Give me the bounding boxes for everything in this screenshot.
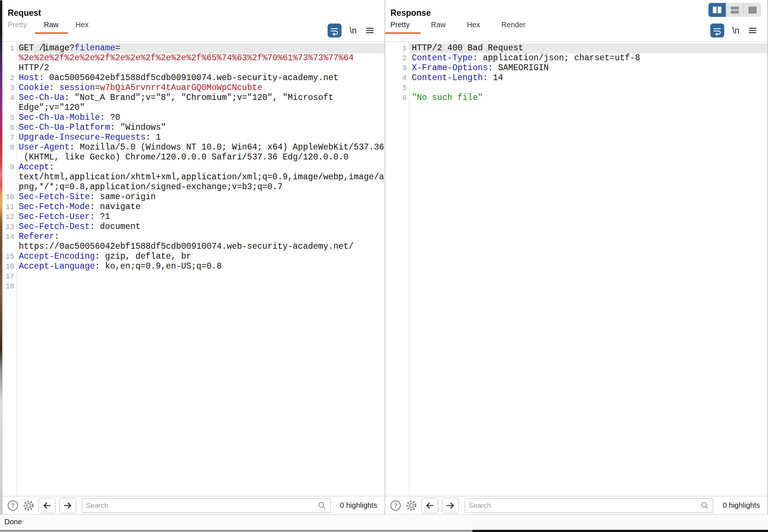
newline-toggle-button[interactable]: \n: [350, 26, 357, 36]
editor-line[interactable]: 10Sec-Fetch-Site: same-origin: [3, 192, 385, 202]
rows-icon: [731, 7, 739, 14]
line-text: Upgrade-Insecure-Requests: 1: [19, 133, 161, 143]
search-previous-button[interactable]: [39, 498, 56, 513]
line-number: 17: [3, 272, 14, 281]
line-number: 10: [3, 192, 14, 202]
word-wrap-icon: [329, 26, 339, 36]
editor-line[interactable]: HTTP/2: [3, 63, 385, 73]
line-text: Sec-Ch-Ua-Mobile: ?0: [19, 113, 120, 123]
editor-line[interactable]: 18: [3, 281, 385, 291]
request-editor[interactable]: 1GET /image?filename=%2e%2e%2f%2e%2e%2f%…: [3, 42, 385, 496]
editor-line[interactable]: 6"No such file": [385, 93, 767, 103]
editor-line[interactable]: 2Content-Type: application/json; charset…: [385, 53, 767, 63]
layout-columns-button[interactable]: [708, 3, 726, 17]
search-input[interactable]: [465, 498, 713, 513]
editor-line[interactable]: text/html,application/xhtml+xml,applicat…: [3, 172, 385, 182]
layout-switcher: [708, 3, 761, 17]
response-editor[interactable]: 1HTTP/2 400 Bad Request2Content-Type: ap…: [385, 42, 767, 496]
request-panel: Request PrettyRawHex \n 1GET /imag: [3, 0, 385, 530]
editor-line[interactable]: %2e%2e%2f%2e%2e%2f%2e%2e%2f%2e%2e%2f%65%…: [3, 53, 385, 63]
line-number: 1: [3, 43, 14, 53]
editor-line[interactable]: 3X-Frame-Options: SAMEORIGIN: [385, 63, 767, 73]
search-next-button[interactable]: [59, 498, 76, 513]
line-number: 7: [3, 133, 14, 143]
line-text: Accept-Encoding: gzip, deflate, br: [19, 252, 191, 262]
editor-line[interactable]: 2Host: 0ac50056042ebf1588df5cdb00910074.…: [3, 73, 385, 83]
editor-line[interactable]: 15Accept-Encoding: gzip, deflate, br: [3, 252, 385, 262]
line-number: 11: [3, 202, 14, 212]
editor-line[interactable]: 3Cookie: session=w7bQiA5rvnrr4tAuarGQ0Mo…: [3, 83, 385, 93]
editor-line[interactable]: 6Sec-Ch-Ua-Platform: "Windows": [3, 123, 385, 133]
line-number: 3: [3, 83, 14, 93]
status-text: Done: [4, 518, 22, 526]
tab-hex[interactable]: Hex: [75, 21, 89, 34]
line-text: HTTP/2 400 Bad Request: [412, 43, 524, 53]
hamburger-menu-icon: [747, 25, 758, 36]
tab-hex[interactable]: Hex: [467, 21, 480, 34]
editor-line[interactable]: 5Sec-Ch-Ua-Mobile: ?0: [3, 113, 385, 123]
tab-raw[interactable]: Raw: [431, 21, 446, 34]
single-panel-icon: [749, 7, 757, 14]
editor-line[interactable]: https://0ac50056042ebf1588df5cdb00910074…: [3, 242, 385, 252]
editor-line[interactable]: 1HTTP/2 400 Bad Request: [385, 43, 767, 53]
search-previous-button[interactable]: [421, 498, 438, 513]
newline-toggle-button[interactable]: \n: [732, 26, 739, 36]
line-text: User-Agent: Mozilla/5.0 (Windows NT 10.0…: [19, 143, 384, 152]
line-number: 13: [3, 222, 14, 232]
request-format-toolbar: \n: [328, 24, 375, 37]
editor-line[interactable]: 4Sec-Ch-Ua: "Not_A Brand";v="8", "Chromi…: [3, 93, 385, 103]
tab-pretty[interactable]: Pretty: [390, 21, 410, 34]
word-wrap-toggle-button[interactable]: [328, 24, 342, 37]
tab-render[interactable]: Render: [501, 21, 526, 34]
editor-line[interactable]: 1GET /image?filename=: [3, 43, 385, 53]
line-text: Referer:: [19, 232, 59, 242]
line-number: 16: [3, 262, 14, 272]
search-icon: [700, 501, 710, 510]
tab-pretty[interactable]: Pretty: [8, 21, 27, 34]
line-text: Cookie: session=w7bQiA5rvnrr4tAuarGQ0MoW…: [19, 83, 262, 93]
line-number: 1: [385, 43, 407, 53]
editor-line[interactable]: png,*/*;q=0.8,application/signed-exchang…: [3, 182, 385, 192]
line-text: X-Frame-Options: SAMEORIGIN: [412, 63, 549, 73]
editor-line[interactable]: (KHTML, like Gecko) Chrome/120.0.0.0 Saf…: [3, 152, 385, 162]
search-settings-button[interactable]: [405, 499, 418, 512]
layout-rows-button[interactable]: [726, 3, 743, 17]
editor-line[interactable]: 9Accept:: [3, 162, 385, 172]
hamburger-menu-icon: [365, 25, 375, 36]
highlights-count: 0 highlights: [723, 501, 760, 510]
editor-line[interactable]: 8User-Agent: Mozilla/5.0 (Windows NT 10.…: [3, 143, 385, 152]
editor-line[interactable]: 17: [3, 272, 385, 281]
layout-single-button[interactable]: [743, 3, 761, 17]
line-text: (KHTML, like Gecko) Chrome/120.0.0.0 Saf…: [19, 152, 349, 162]
hamburger-menu-button[interactable]: [747, 25, 758, 36]
line-text: Content-Length: 14: [412, 73, 503, 83]
help-button[interactable]: ?: [390, 500, 401, 511]
response-search-bar: ?: [385, 496, 767, 514]
line-text: %2e%2e%2f%2e%2e%2f%2e%2e%2f%2e%2e%2f%65%…: [19, 53, 354, 63]
line-text: Sec-Ch-Ua: "Not_A Brand";v="8", "Chromiu…: [19, 93, 333, 103]
line-text: Content-Type: application/json; charset=…: [412, 53, 640, 63]
editor-line[interactable]: 4Content-Length: 14: [385, 73, 767, 83]
response-panel: Response PrettyRawHexRender \n 1HT: [385, 0, 767, 530]
search-input[interactable]: [82, 498, 331, 513]
editor-line[interactable]: Edge";v="120": [3, 103, 385, 113]
word-wrap-icon: [712, 26, 722, 36]
line-text: GET /image?filename=: [19, 43, 120, 53]
editor-line[interactable]: 7Upgrade-Insecure-Requests: 1: [3, 133, 385, 143]
arrow-right-icon: [63, 501, 72, 510]
editor-line[interactable]: 5: [385, 83, 767, 93]
word-wrap-toggle-button[interactable]: [710, 24, 724, 37]
hamburger-menu-button[interactable]: [365, 25, 375, 36]
line-number: 14: [3, 232, 14, 242]
editor-line[interactable]: 12Sec-Fetch-User: ?1: [3, 212, 385, 222]
line-text: Accept:: [19, 162, 54, 172]
tab-raw[interactable]: Raw: [44, 21, 58, 34]
editor-line[interactable]: 13Sec-Fetch-Dest: document: [3, 222, 385, 232]
columns-icon: [713, 7, 717, 13]
search-settings-button[interactable]: [22, 499, 35, 512]
search-next-button[interactable]: [442, 498, 459, 513]
editor-line[interactable]: 14Referer:: [3, 232, 385, 242]
help-button[interactable]: ?: [7, 500, 19, 511]
editor-line[interactable]: 11Sec-Fetch-Mode: navigate: [3, 202, 385, 212]
editor-line[interactable]: 16Accept-Language: ko,en;q=0.9,en-US;q=0…: [3, 262, 385, 272]
